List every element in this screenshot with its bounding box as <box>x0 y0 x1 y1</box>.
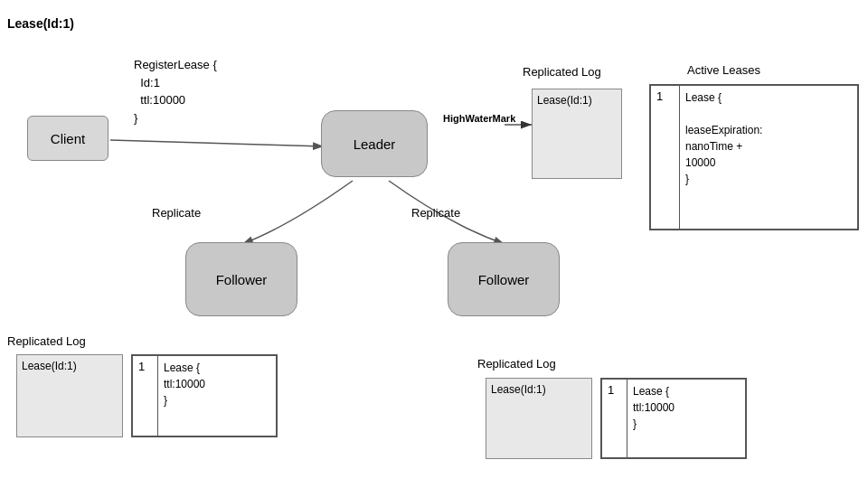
follower2-log-row-num: 1 <box>602 380 627 458</box>
follower1-log-row-content: Lease { ttl:10000 } <box>158 356 277 436</box>
active-leases-row-content: Lease { leaseExpiration: nanoTime + 1000… <box>680 86 858 230</box>
active-leases-table-inner: 1 Lease { leaseExpiration: nanoTime + 10… <box>650 85 858 230</box>
follower2-log-box: Lease(Id:1) <box>486 378 592 459</box>
highwatermark-label: HighWaterMark <box>443 113 515 124</box>
follower2-log-table: 1 Lease { ttl:10000 } <box>600 378 747 459</box>
replicate1-label: Replicate <box>152 206 201 220</box>
follower2-log-row-content: Lease { ttl:10000 } <box>627 380 746 458</box>
replicated-log-follower2-label: Replicated Log <box>477 357 556 371</box>
follower1-log-table: 1 Lease { ttl:10000 } <box>131 354 278 437</box>
follower1-label: Follower <box>216 272 268 287</box>
diagram: Lease(Id:1) RegisterLease { Id:1 ttl:100… <box>0 0 868 488</box>
leader-node: Leader <box>321 110 428 177</box>
active-leases-row-num: 1 <box>651 86 680 230</box>
follower2-log-table-inner: 1 Lease { ttl:10000 } <box>601 379 746 458</box>
active-leases-table: 1 Lease { leaseExpiration: nanoTime + 10… <box>649 84 859 230</box>
follower1-log-row-num: 1 <box>133 356 158 436</box>
follower2-log-text: Lease(Id:1) <box>486 379 591 400</box>
replicated-log-follower1-label: Replicated Log <box>7 334 86 348</box>
active-leases-label: Active Leases <box>687 63 760 77</box>
page-title: Lease(Id:1) <box>7 16 74 31</box>
client-label: Client <box>51 131 85 146</box>
follower1-node: Follower <box>185 242 297 316</box>
replicate2-label: Replicate <box>411 206 460 220</box>
leader-log-box: Lease(Id:1) <box>532 89 622 179</box>
register-lease-label: RegisterLease { Id:1 ttl:10000 } <box>134 56 217 127</box>
svg-line-2 <box>110 140 324 146</box>
follower1-log-text: Lease(Id:1) <box>17 355 122 377</box>
leader-log-text: Lease(Id:1) <box>533 89 621 111</box>
follower2-label: Follower <box>478 272 530 287</box>
client-node: Client <box>27 116 108 161</box>
follower1-log-table-inner: 1 Lease { ttl:10000 } <box>132 355 277 436</box>
follower1-log-box: Lease(Id:1) <box>16 354 123 437</box>
leader-label: Leader <box>354 136 396 152</box>
follower2-node: Follower <box>448 242 560 316</box>
replicated-log-leader-label: Replicated Log <box>523 65 601 79</box>
